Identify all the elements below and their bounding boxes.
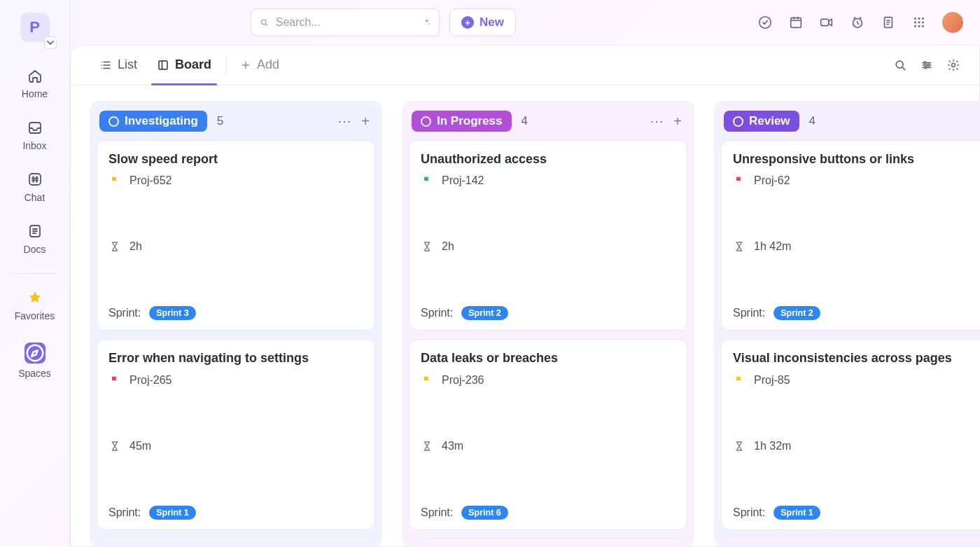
apps-icon[interactable] xyxy=(911,15,927,30)
clock-icon[interactable] xyxy=(850,15,865,30)
task-card[interactable]: Visual inconsistencies across pages Proj… xyxy=(721,339,980,529)
sprint-pill[interactable]: Sprint 6 xyxy=(461,506,508,520)
card-title: Unresponsive buttons or links xyxy=(733,151,980,167)
calendar-icon[interactable] xyxy=(788,15,804,30)
task-card[interactable]: Unresponsive buttons or links Proj-62 1h… xyxy=(721,140,980,331)
hourglass-icon xyxy=(421,394,433,499)
sidebar-item-inbox[interactable]: Inbox xyxy=(0,111,69,162)
task-card[interactable]: Unauthorized access Proj-142 2h Sprint: … xyxy=(409,140,687,331)
status-pill[interactable]: Review xyxy=(724,111,799,132)
sidebar-item-chat[interactable]: Chat xyxy=(0,162,69,214)
svg-point-3 xyxy=(262,20,266,24)
sprint-pill[interactable]: Sprint 1 xyxy=(149,506,196,520)
time-value: 1h 42m xyxy=(754,240,791,253)
chevron-down-icon[interactable] xyxy=(44,36,57,49)
flag-icon xyxy=(108,175,121,186)
more-icon[interactable]: ⋯ xyxy=(650,114,664,128)
column-header: Investigating 5 ⋯ + xyxy=(97,108,375,140)
card-title: Slow speed report xyxy=(108,151,363,167)
home-icon xyxy=(27,67,43,84)
plus-icon[interactable]: + xyxy=(361,114,370,128)
new-button[interactable]: + New xyxy=(449,8,516,36)
card-sprint-row: Sprint: Sprint 1 xyxy=(108,506,363,520)
sparkle-icon[interactable] xyxy=(423,17,430,28)
plus-icon[interactable]: + xyxy=(673,114,682,128)
column-count: 4 xyxy=(522,114,528,128)
workspace-switcher[interactable]: P xyxy=(20,13,50,42)
card-title: Visual inconsistencies across pages xyxy=(733,349,980,366)
card-list: Slow speed report Proj-652 2h Sprint: Sp… xyxy=(97,140,375,540)
tab-label: Board xyxy=(175,57,211,72)
status-icon xyxy=(108,116,119,127)
filter-icon[interactable] xyxy=(920,58,934,72)
avatar[interactable] xyxy=(942,12,963,33)
status-label: Investigating xyxy=(125,114,198,128)
project-id: Proj-85 xyxy=(754,374,790,387)
time-value: 2h xyxy=(130,240,142,253)
search-input[interactable] xyxy=(276,16,416,29)
tab-board[interactable]: Board xyxy=(147,45,221,85)
time-value: 45m xyxy=(130,440,151,452)
flag-icon xyxy=(733,375,746,386)
flag-icon xyxy=(108,375,121,386)
task-card[interactable]: Integration issues with third-party serv… xyxy=(409,539,687,540)
task-card[interactable]: Error when navigating to settings Proj-2… xyxy=(97,339,375,529)
card-time-row: 1h 32m xyxy=(733,394,980,499)
plus-icon: + xyxy=(461,16,474,29)
board-icon xyxy=(157,59,169,71)
column-inprogress: In Progress 4 ⋯ + Unauthorized access Pr… xyxy=(402,101,694,547)
hourglass-icon xyxy=(108,194,121,299)
column-header: In Progress 4 ⋯ + xyxy=(409,108,687,140)
more-icon[interactable]: ⋯ xyxy=(337,114,351,128)
sidebar-item-label: Spaces xyxy=(18,368,51,379)
svg-rect-6 xyxy=(821,19,829,25)
card-project-row: Proj-652 xyxy=(108,174,363,187)
svg-point-10 xyxy=(918,18,920,20)
status-pill[interactable]: In Progress xyxy=(412,111,512,132)
status-pill[interactable]: Investigating xyxy=(99,111,207,132)
svg-rect-5 xyxy=(791,18,802,28)
divider xyxy=(225,55,226,75)
project-id: Proj-652 xyxy=(130,174,172,187)
tab-list[interactable]: List xyxy=(90,45,147,85)
tab-add-view[interactable]: Add xyxy=(230,45,289,85)
search-icon[interactable] xyxy=(893,58,907,72)
search-input-wrap[interactable] xyxy=(251,8,440,36)
task-card[interactable]: Inconsistent data across different modul… xyxy=(721,539,980,540)
card-list: Unauthorized access Proj-142 2h Sprint: … xyxy=(409,140,687,540)
svg-point-12 xyxy=(914,22,916,24)
task-card[interactable]: Error when navigating to settings Proj-2… xyxy=(97,539,375,540)
svg-point-20 xyxy=(924,62,926,64)
time-value: 2h xyxy=(442,240,454,253)
video-icon[interactable] xyxy=(819,15,834,30)
sidebar-item-label: Inbox xyxy=(22,140,46,151)
sprint-pill[interactable]: Sprint 3 xyxy=(149,306,196,320)
note-icon[interactable] xyxy=(881,15,896,30)
sidebar-item-docs[interactable]: Docs xyxy=(0,214,69,266)
card-sprint-row: Sprint: Sprint 2 xyxy=(421,306,676,320)
card-list: Unresponsive buttons or links Proj-62 1h… xyxy=(721,140,980,540)
gear-icon[interactable] xyxy=(946,58,960,72)
task-card[interactable]: Slow speed report Proj-652 2h Sprint: Sp… xyxy=(97,140,375,331)
sprint-label: Sprint: xyxy=(421,307,453,319)
svg-point-23 xyxy=(952,63,955,67)
sprint-label: Sprint: xyxy=(108,307,141,319)
check-circle-icon[interactable] xyxy=(757,15,773,30)
status-label: Review xyxy=(749,114,790,128)
sidebar-item-spaces[interactable]: Spaces xyxy=(0,334,69,390)
svg-point-19 xyxy=(896,61,903,68)
card-project-row: Proj-265 xyxy=(108,374,363,387)
sprint-pill[interactable]: Sprint 2 xyxy=(461,306,508,320)
sprint-pill[interactable]: Sprint 1 xyxy=(774,506,820,520)
sidebar-item-home[interactable]: Home xyxy=(0,59,69,111)
sidebar-item-favorites[interactable]: Favorites xyxy=(0,281,69,333)
task-card[interactable]: Data leaks or breaches Proj-236 43m Spri… xyxy=(409,339,687,529)
sprint-pill[interactable]: Sprint 2 xyxy=(774,306,820,320)
column-count: 4 xyxy=(809,114,816,128)
compass-icon xyxy=(24,342,46,363)
sidebar-item-label: Favorites xyxy=(15,310,55,321)
svg-point-22 xyxy=(925,66,927,68)
sprint-label: Sprint: xyxy=(733,506,765,519)
card-project-row: Proj-85 xyxy=(733,374,980,387)
project-id: Proj-265 xyxy=(130,374,172,387)
